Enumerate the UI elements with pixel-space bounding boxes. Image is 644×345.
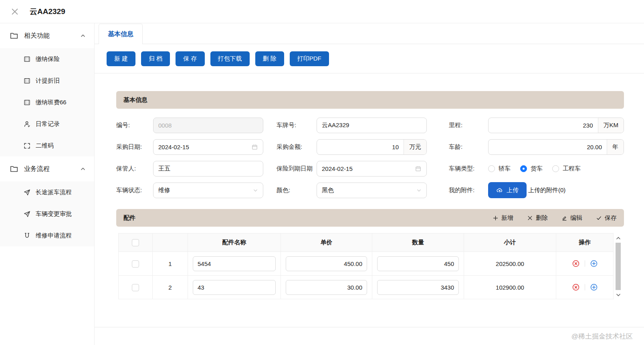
sidebar-item-label: 车辆变更审批: [36, 210, 72, 218]
purchase-amount-label: 采购金额:: [277, 143, 317, 151]
radio-sedan[interactable]: 轿车: [488, 165, 511, 172]
row-checkbox[interactable]: [132, 260, 139, 268]
delete-row-icon[interactable]: [572, 283, 580, 291]
delete-row-icon[interactable]: [572, 260, 580, 268]
vehicle-state-value: 维修: [158, 187, 170, 194]
sidebar-item-pay-fee[interactable]: 缴纳班费66: [0, 91, 94, 113]
scroll-down-icon[interactable]: [614, 290, 623, 299]
subtotal-column-header: 小计: [464, 233, 556, 252]
basic-info-form: 编号: 车牌号: 里程: 万KM: [116, 114, 624, 201]
insurance-expiry-label: 保险到期日期: [277, 165, 317, 172]
purchase-date-input[interactable]: [158, 144, 251, 150]
table-scrollbar[interactable]: [614, 233, 623, 299]
custodian-field[interactable]: [153, 161, 263, 177]
page-title: 云AA2329: [30, 6, 65, 17]
sidebar-section-business-flow[interactable]: 业务流程: [0, 156, 94, 181]
sidebar-item-longhaul-dispatch[interactable]: 长途派车流程: [0, 181, 94, 203]
plate-label: 车牌号:: [277, 122, 317, 129]
row-checkbox[interactable]: [132, 284, 139, 291]
magnet-icon: [23, 232, 31, 239]
user-icon: [23, 120, 31, 128]
new-button[interactable]: 新 建: [107, 51, 135, 66]
basic-info-section-header: 基本信息: [116, 91, 624, 109]
sidebar-item-label: 缴纳保险: [36, 55, 60, 63]
part-qty-input[interactable]: [377, 256, 459, 271]
sidebar-item-label: 日常记录: [36, 120, 60, 128]
color-label: 颜色:: [277, 187, 317, 194]
parts-save-button[interactable]: 保存: [596, 214, 617, 222]
add-row-icon[interactable]: [590, 260, 598, 268]
section-title: 基本信息: [123, 96, 147, 104]
sidebar-item-vehicle-change-approval[interactable]: 车辆变更审批: [0, 203, 94, 225]
sidebar-section-related-functions[interactable]: 相关功能: [0, 23, 94, 48]
purchase-amount-input[interactable]: [317, 144, 404, 150]
plate-input[interactable]: [322, 122, 422, 129]
color-select[interactable]: 黑色: [317, 183, 427, 198]
purchase-amount-field[interactable]: 万元: [317, 139, 427, 155]
package-download-button[interactable]: 打包下载: [210, 51, 250, 66]
plate-field[interactable]: [317, 118, 427, 133]
parts-add-button[interactable]: 新增: [493, 214, 513, 222]
radio-truck[interactable]: 货车: [520, 165, 543, 172]
mileage-field[interactable]: 万KM: [488, 118, 624, 133]
radio-label: 工程车: [563, 165, 581, 172]
table-header-row: 配件名称 单价 数量 小计 操作: [119, 233, 614, 252]
chevron-up-icon[interactable]: [80, 166, 86, 172]
chevron-up-icon[interactable]: [80, 32, 86, 39]
plus-icon: [493, 215, 499, 221]
select-all-checkbox[interactable]: [132, 239, 139, 246]
print-pdf-button[interactable]: 打印PDF: [290, 51, 329, 66]
purchase-date-field[interactable]: [153, 139, 263, 155]
part-qty-input[interactable]: [377, 280, 459, 295]
radio-icon: [488, 165, 495, 172]
ops-divider: [585, 284, 585, 290]
calendar-icon[interactable]: [251, 144, 258, 150]
insurance-expiry-input[interactable]: [322, 165, 415, 172]
number-field: [153, 118, 263, 133]
parts-edit-label: 编辑: [570, 214, 582, 222]
tab-basic-info[interactable]: 基本信息: [99, 24, 143, 44]
part-price-input[interactable]: [286, 256, 367, 271]
vehicle-type-radio-group: 轿车 货车 工程车: [488, 165, 624, 172]
custodian-label: 保管人:: [116, 165, 153, 172]
scrollbar-track[interactable]: [616, 243, 621, 290]
part-name-input[interactable]: [193, 256, 276, 271]
vehicle-age-field[interactable]: 年: [488, 139, 624, 155]
close-icon[interactable]: [10, 7, 19, 16]
chevron-down-icon: [416, 188, 422, 193]
parts-delete-button[interactable]: 删除: [527, 214, 548, 222]
section-title: 配件: [123, 214, 135, 222]
sidebar-item-repair-request[interactable]: 维修申请流程: [0, 225, 94, 246]
save-button[interactable]: 保 存: [176, 51, 204, 66]
calendar-icon[interactable]: [415, 165, 422, 172]
parts-delete-label: 删除: [536, 214, 548, 222]
uploaded-attachments-text[interactable]: 上传的附件(0): [528, 187, 565, 194]
sidebar-item-daily-record[interactable]: 日常记录: [0, 113, 94, 135]
delete-button[interactable]: 删 除: [255, 51, 284, 66]
part-name-input[interactable]: [193, 280, 276, 295]
sidebar: 相关功能 缴纳保险 计提折旧 缴纳班费66: [0, 23, 95, 345]
sidebar-item-label: 维修申请流程: [36, 232, 72, 239]
scrollbar-thumb[interactable]: [616, 243, 621, 290]
form-icon: [23, 55, 31, 63]
add-row-icon[interactable]: [590, 283, 598, 291]
ops-column-header: 操作: [556, 233, 614, 252]
parts-edit-button[interactable]: 编辑: [561, 214, 582, 222]
scroll-up-icon[interactable]: [614, 233, 623, 243]
part-price-input[interactable]: [286, 280, 367, 295]
vehicle-age-unit: 年: [607, 140, 624, 154]
parts-table: 配件名称 单价 数量 小计 操作 1: [118, 233, 614, 299]
radio-engineering-vehicle[interactable]: 工程车: [552, 165, 581, 172]
upload-button[interactable]: 上传: [488, 182, 527, 198]
insurance-expiry-field[interactable]: [317, 161, 427, 177]
sidebar-item-pay-insurance[interactable]: 缴纳保险: [0, 48, 94, 70]
sidebar-item-depreciation[interactable]: 计提折旧: [0, 70, 94, 91]
custodian-input[interactable]: [158, 165, 258, 172]
sidebar-item-label: 缴纳班费66: [36, 99, 67, 106]
vehicle-age-input[interactable]: [489, 144, 607, 150]
vehicle-type-label: 车辆类型:: [449, 165, 488, 172]
sidebar-item-qrcode[interactable]: 二维码: [0, 135, 94, 156]
vehicle-state-select[interactable]: 维修: [153, 183, 263, 198]
mileage-input[interactable]: [489, 122, 598, 129]
archive-button[interactable]: 归 档: [141, 51, 170, 66]
